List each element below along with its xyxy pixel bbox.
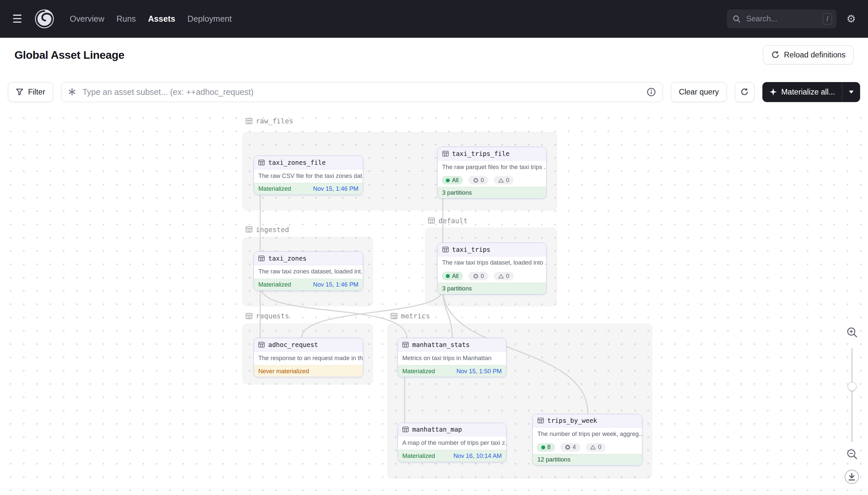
donut-icon xyxy=(473,273,479,279)
badge-value: 0 xyxy=(481,177,484,184)
nav-item-assets[interactable]: Assets xyxy=(148,14,175,24)
download-view-button[interactable] xyxy=(844,469,860,487)
asset-node-header: manhattan_stats xyxy=(398,338,506,352)
asset-description: The response to an request made in th... xyxy=(254,352,363,365)
materialize-all-label: Materialize all... xyxy=(781,88,835,97)
badge-value: 0 xyxy=(598,444,601,451)
asset-node-manhattan_stats[interactable]: manhattan_stats Metrics on taxi trips in… xyxy=(397,338,507,377)
asset-title: taxi_zones xyxy=(268,255,307,262)
dagster-logo[interactable] xyxy=(34,8,55,29)
status-label: Materialized xyxy=(402,452,435,460)
nav-item-overview[interactable]: Overview xyxy=(70,14,104,24)
materialization-timestamp[interactable]: Nov 16, 10:14 AM xyxy=(453,452,501,460)
asset-node-taxi_trips_file[interactable]: taxi_trips_file The raw parquet files fo… xyxy=(437,147,546,199)
asset-title: taxi_trips xyxy=(452,246,491,253)
warning-triangle-icon xyxy=(590,445,596,450)
search-shortcut-badge: / xyxy=(823,13,832,25)
zoom-in-button[interactable] xyxy=(844,324,861,341)
missing-partitions-badge: 0 xyxy=(494,272,513,280)
materialization-timestamp[interactable]: Nov 15, 1:46 PM xyxy=(313,281,358,288)
zoom-controls xyxy=(844,324,861,487)
chevron-down-icon xyxy=(849,90,854,93)
asset-node-taxi_trips[interactable]: taxi_trips The raw taxi trips dataset, l… xyxy=(437,243,546,294)
refresh-button[interactable] xyxy=(735,82,755,102)
asset-node-header: taxi_zones xyxy=(254,252,363,265)
asset-node-manhattan_map[interactable]: manhattan_map A map of the number of tri… xyxy=(397,423,507,462)
table-icon xyxy=(402,341,409,348)
op-selector-icon xyxy=(68,88,76,96)
asset-status-row: Materialized Nov 16, 10:14 AM xyxy=(398,450,506,462)
badge-value: 4 xyxy=(573,444,576,451)
edge-taxi_zones-manhattan_stats xyxy=(260,286,407,338)
asset-node-header: taxi_trips_file xyxy=(438,147,546,160)
materialized-partitions-badge: All xyxy=(442,272,463,280)
search-icon xyxy=(732,15,741,23)
zoom-slider-handle[interactable] xyxy=(848,382,856,391)
zoom-in-icon xyxy=(846,326,858,338)
materialization-timestamp[interactable]: Nov 15, 1:50 PM xyxy=(456,368,501,375)
table-icon xyxy=(258,341,265,348)
dagster-logo-icon xyxy=(34,9,54,29)
nav-item-deployment[interactable]: Deployment xyxy=(187,14,232,24)
asset-node-header: adhoc_request xyxy=(254,338,363,352)
asset-description: A map of the number of trips per taxi z.… xyxy=(398,436,506,450)
nav-item-runs[interactable]: Runs xyxy=(117,14,136,24)
hamburger-menu-icon[interactable]: ☰ xyxy=(12,14,22,24)
failed-partitions-badge: 4 xyxy=(560,443,580,452)
info-icon[interactable] xyxy=(646,87,656,97)
asset-status-row: Materialized Nov 15, 1:46 PM xyxy=(254,279,363,291)
asset-description: The raw taxi trips dataset, loaded into … xyxy=(438,256,546,270)
table-icon xyxy=(537,417,544,424)
asset-title: manhattan_stats xyxy=(412,341,470,348)
refresh-icon xyxy=(740,88,749,96)
materialize-all-button[interactable]: Materialize all... xyxy=(762,82,842,102)
search-input[interactable] xyxy=(745,14,818,24)
materialize-options-button[interactable] xyxy=(842,82,860,102)
asset-node-taxi_zones[interactable]: taxi_zones The raw taxi zones dataset, l… xyxy=(253,252,363,291)
asset-node-header: manhattan_map xyxy=(398,423,506,437)
partitions-count: 3 partitions xyxy=(438,187,546,198)
reload-definitions-button[interactable]: Reload definitions xyxy=(763,45,854,64)
asset-description: The raw CSV file for the taxi zones dat.… xyxy=(254,169,363,183)
clear-query-button[interactable]: Clear query xyxy=(671,82,727,102)
donut-icon xyxy=(473,177,479,183)
reload-definitions-label: Reload definitions xyxy=(784,51,846,59)
table-icon xyxy=(258,255,265,262)
green-dot-icon xyxy=(446,274,450,278)
badge-value: 0 xyxy=(481,273,484,280)
asset-status-row: Never materialized xyxy=(254,365,363,377)
asset-node-trips_by_week[interactable]: trips_by_week The number of trips per we… xyxy=(532,414,642,466)
filter-button[interactable]: Filter xyxy=(8,82,53,102)
navbar-right: / ⚙ xyxy=(727,10,856,28)
global-search[interactable]: / xyxy=(727,10,836,28)
table-icon xyxy=(258,159,265,166)
zoom-out-button[interactable] xyxy=(844,446,861,462)
clear-query-label: Clear query xyxy=(679,88,719,97)
status-label: Materialized xyxy=(258,185,291,192)
asset-description: The raw parquet files for the taxi trips… xyxy=(438,160,546,174)
asset-subset-input[interactable] xyxy=(81,87,642,97)
asset-title: taxi_zones_file xyxy=(268,159,326,167)
materialized-partitions-badge: All xyxy=(442,176,463,185)
asset-title: taxi_trips_file xyxy=(452,150,510,157)
asset-description: The number of trips per week, aggreg... xyxy=(533,427,642,441)
materialization-timestamp[interactable]: Nov 15, 1:46 PM xyxy=(313,185,358,192)
main-nav: Overview Runs Assets Deployment xyxy=(70,14,232,24)
zoom-slider[interactable] xyxy=(851,348,853,442)
dagster-app: ☰ Overview Runs Assets Deployment / ⚙ xyxy=(0,0,868,495)
failed-partitions-badge: 0 xyxy=(468,176,488,185)
asset-description: The raw taxi zones dataset, loaded int..… xyxy=(254,265,363,279)
asset-node-taxi_zones_file[interactable]: taxi_zones_file The raw CSV file for the… xyxy=(253,156,363,195)
asset-node-header: trips_by_week xyxy=(533,414,642,428)
green-dot-icon xyxy=(541,445,545,449)
asset-title: trips_by_week xyxy=(547,417,597,424)
gear-icon[interactable]: ⚙ xyxy=(846,14,856,24)
lineage-canvas[interactable]: raw_files ingested default requests metr… xyxy=(0,105,868,495)
asset-node-header: taxi_trips xyxy=(438,243,546,256)
asset-status-row: Materialized Nov 15, 1:50 PM xyxy=(398,365,506,377)
materialized-partitions-badge: 8 xyxy=(537,443,555,452)
asset-node-adhoc_request[interactable]: adhoc_request The response to an request… xyxy=(253,338,363,377)
badge-value: All xyxy=(452,177,459,184)
green-dot-icon xyxy=(446,178,450,183)
top-navbar: ☰ Overview Runs Assets Deployment / ⚙ xyxy=(0,0,868,38)
